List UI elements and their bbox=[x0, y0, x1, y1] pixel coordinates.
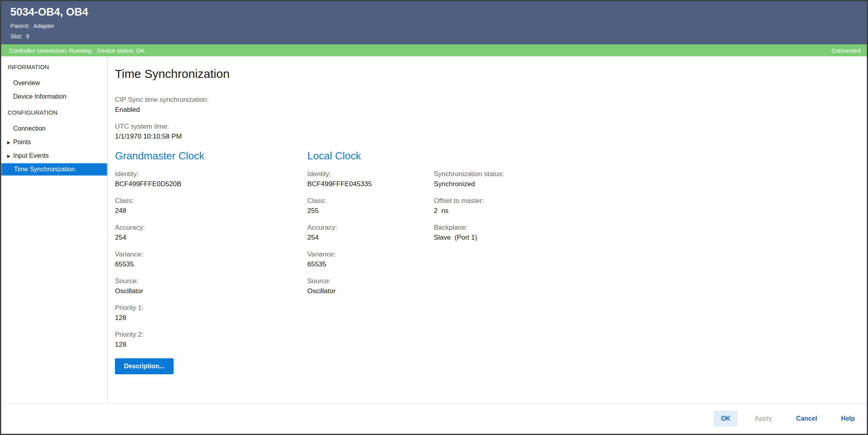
sidebar-item-points[interactable]: ▶Points bbox=[1, 135, 107, 149]
field-value: Synchronized bbox=[434, 180, 867, 189]
field-gm-class: Class: 248 bbox=[115, 197, 307, 215]
sidebar-gap bbox=[1, 103, 107, 108]
slot-label: Slot: bbox=[10, 32, 22, 40]
field-label: Source: bbox=[115, 277, 307, 286]
field-label: Variance: bbox=[307, 250, 434, 259]
field-value: 254 bbox=[307, 233, 434, 242]
cancel-button[interactable]: Cancel bbox=[789, 411, 824, 427]
parent-line: Parent: Adapter bbox=[10, 22, 857, 30]
field-gm-variance: Variance: 65535 bbox=[115, 250, 307, 269]
main-content: Time Synchronization CIP Sync time synch… bbox=[108, 56, 867, 403]
field-lc-identity: Identity: BCF499FFFE045335 bbox=[307, 170, 434, 189]
field-value: 128 bbox=[115, 314, 307, 322]
field-label: Synchronization status: bbox=[434, 170, 867, 179]
field-value: BCF499FFFE0D520B bbox=[115, 180, 307, 189]
field-value: 254 bbox=[115, 233, 307, 242]
help-button[interactable]: Help bbox=[834, 411, 858, 427]
expand-arrow-icon[interactable]: ▶ bbox=[7, 136, 10, 149]
field-value: Oscillator bbox=[307, 287, 434, 296]
sidebar-item-device-information[interactable]: Device Information bbox=[1, 90, 107, 103]
field-utc-system-time: UTC system time: 1/1/1970 10:10:58 PM bbox=[115, 122, 867, 141]
field-value: 1/1/1970 10:10:58 PM bbox=[115, 132, 867, 141]
sidebar-item-connection[interactable]: Connection bbox=[1, 122, 107, 135]
field-lc-source: Source: Oscillator bbox=[307, 277, 434, 296]
field-label: Variance: bbox=[115, 250, 307, 259]
field-gm-priority-2: Priority 2: 128 bbox=[115, 330, 307, 349]
field-label: Priority 2: bbox=[115, 330, 307, 339]
sidebar-item-label: Points bbox=[13, 139, 31, 145]
field-gm-priority-1: Priority 1: 128 bbox=[115, 304, 307, 322]
field-value: Oscillator bbox=[115, 287, 307, 296]
device-status: Device status: OK bbox=[97, 47, 145, 54]
status-bar: Controller connection: Running Device st… bbox=[1, 44, 867, 56]
sync-status-section: Synchronization status: Synchronized Off… bbox=[434, 149, 867, 374]
field-gm-source: Source: Oscillator bbox=[115, 277, 307, 296]
slot-line: Slot: 9 bbox=[10, 32, 857, 40]
field-value: 255 bbox=[307, 207, 434, 215]
ok-button[interactable]: OK bbox=[714, 411, 738, 427]
field-sync-status: Synchronization status: Synchronized bbox=[434, 170, 867, 189]
field-backplane: Backplane: Slave (Port 1) bbox=[434, 223, 867, 242]
clock-columns: Grandmaster Clock Identity: BCF499FFFE0D… bbox=[115, 149, 867, 374]
grandmaster-clock-section: Grandmaster Clock Identity: BCF499FFFE0D… bbox=[115, 149, 307, 374]
field-label: UTC system time: bbox=[115, 122, 867, 131]
field-label: Accuracy: bbox=[307, 223, 434, 232]
slot-value: 9 bbox=[26, 32, 29, 40]
field-label: Identity: bbox=[307, 170, 434, 179]
field-value: 65535 bbox=[115, 260, 307, 269]
field-label: Class: bbox=[115, 197, 307, 205]
sidebar-nav: INFORMATION Overview Device Information … bbox=[1, 56, 108, 403]
dialog-footer: OK Apply Cancel Help bbox=[1, 403, 867, 434]
field-cip-sync: CIP Sync time synchronization: Enabled bbox=[115, 95, 867, 114]
field-offset-to-master: Offset to master: 2 ns bbox=[434, 197, 867, 215]
sidebar-item-time-synchronization[interactable]: Time Synchronization bbox=[1, 163, 107, 176]
apply-button[interactable]: Apply bbox=[747, 411, 779, 427]
device-title: 5034-OB4, OB4 bbox=[10, 5, 857, 19]
sidebar-item-overview[interactable]: Overview bbox=[1, 76, 107, 90]
field-label: Source: bbox=[307, 277, 434, 286]
local-clock-heading: Local Clock bbox=[307, 149, 434, 163]
field-label: CIP Sync time synchronization: bbox=[115, 95, 867, 104]
sidebar-section-configuration: CONFIGURATION bbox=[1, 108, 107, 117]
field-value: 248 bbox=[115, 207, 307, 215]
parent-value: Adapter bbox=[33, 22, 54, 30]
field-value: Slave (Port 1) bbox=[434, 233, 867, 242]
field-value: BCF499FFFE045335 bbox=[307, 180, 434, 189]
field-value: 2 ns bbox=[434, 207, 867, 215]
sidebar-section-information: INFORMATION bbox=[1, 63, 107, 72]
field-value: 128 bbox=[115, 340, 307, 349]
expand-arrow-icon[interactable]: ▶ bbox=[7, 149, 10, 163]
sidebar-item-input-events[interactable]: ▶Input Events bbox=[1, 149, 107, 163]
field-value: Enabled bbox=[115, 105, 867, 114]
local-clock-section: Local Clock Identity: BCF499FFFE045335 C… bbox=[307, 149, 434, 374]
field-gm-identity: Identity: BCF499FFFE0D520B bbox=[115, 170, 307, 189]
device-header: 5034-OB4, OB4 Parent: Adapter Slot: 9 bbox=[1, 1, 867, 44]
parent-label: Parent: bbox=[10, 22, 30, 30]
field-lc-variance: Variance: 65535 bbox=[307, 250, 434, 269]
field-lc-class: Class: 255 bbox=[307, 197, 434, 215]
field-label: Backplane: bbox=[434, 223, 867, 232]
body: INFORMATION Overview Device Information … bbox=[1, 56, 867, 403]
field-label: Accuracy: bbox=[115, 223, 307, 232]
device-properties-window: 5034-OB4, OB4 Parent: Adapter Slot: 9 Co… bbox=[0, 0, 868, 435]
page-title: Time Synchronization bbox=[115, 66, 867, 82]
grandmaster-clock-heading: Grandmaster Clock bbox=[115, 149, 307, 163]
field-label: Identity: bbox=[115, 170, 307, 179]
controller-connection-status: Controller connection: Running bbox=[9, 47, 91, 54]
field-gm-accuracy: Accuracy: 254 bbox=[115, 223, 307, 242]
connection-status: Connected bbox=[831, 47, 860, 54]
field-label: Priority 1: bbox=[115, 304, 307, 312]
field-value: 65535 bbox=[307, 260, 434, 269]
description-button[interactable]: Description... bbox=[115, 358, 174, 374]
sidebar-item-label: Input Events bbox=[13, 152, 49, 159]
field-label: Class: bbox=[307, 197, 434, 205]
field-lc-accuracy: Accuracy: 254 bbox=[307, 223, 434, 242]
field-label: Offset to master: bbox=[434, 197, 867, 205]
